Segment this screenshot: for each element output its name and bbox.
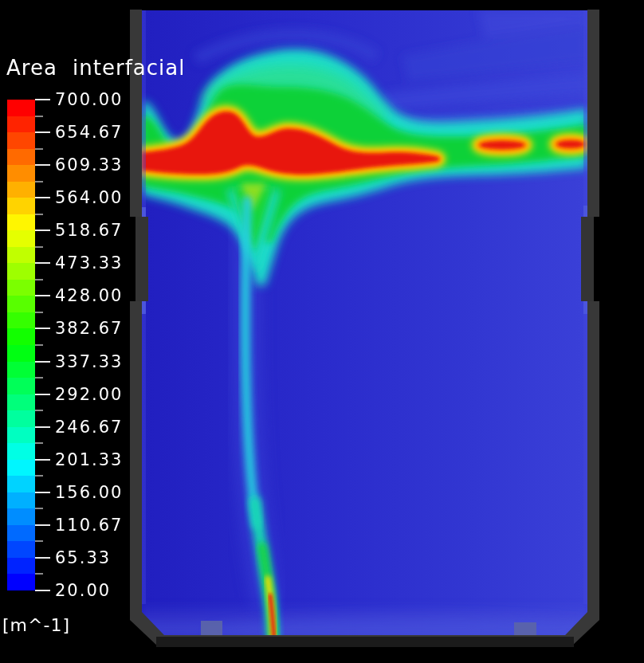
colorbar-band (7, 247, 35, 264)
colorbar-band (7, 165, 35, 182)
colorbar-minor-tick (35, 344, 43, 346)
colorbar-band (7, 362, 35, 379)
colorbar-band (7, 132, 35, 149)
colorbar-band (7, 312, 35, 329)
colorbar-band (7, 476, 35, 492)
colorbar-major-tick (35, 164, 50, 166)
colorbar-minor-tick (35, 410, 43, 411)
colorbar-major-tick (35, 99, 50, 100)
colorbar-major-tick (35, 328, 50, 329)
colorbar-band (7, 492, 35, 509)
colorbar-tick-label: 337.33 (55, 352, 123, 371)
support-block-left (201, 621, 222, 638)
colorbar-band (7, 214, 35, 231)
colorbar-band (7, 100, 35, 116)
vessel-bottom-bar (156, 637, 574, 647)
colorbar-minor-tick (35, 312, 43, 313)
legend-title: Area interfacial (6, 56, 214, 80)
fluid-field (142, 10, 622, 651)
colorbar-tick-label: 654.67 (55, 123, 123, 142)
colorbar-tick-label: 65.33 (55, 548, 111, 567)
colorbar-major-tick (35, 131, 50, 133)
colorbar-major-tick (35, 197, 50, 198)
colorbar-minor-tick (35, 214, 43, 215)
colorbar-band (7, 198, 35, 214)
colorbar-band (7, 328, 35, 345)
colorbar-major-tick (35, 230, 50, 231)
colorbar-band (7, 280, 35, 296)
colorbar-minor-tick (35, 181, 43, 182)
colorbar-tick-label: 292.00 (55, 385, 123, 404)
colorbar-minor-tick (35, 475, 43, 477)
wall-flange-right (581, 206, 599, 314)
colorbar-band (7, 410, 35, 427)
colorbar-tick-label: 428.00 (55, 286, 123, 305)
colorbar-major-tick (35, 557, 50, 559)
colorbar-tick-label: 246.67 (55, 418, 123, 437)
colorbar-band (7, 345, 35, 362)
colorbar-band (7, 508, 35, 525)
colorbar-minor-tick (35, 573, 43, 575)
colorbar-band (7, 394, 35, 411)
colorbar-major-tick (35, 524, 50, 526)
colorbar-minor-tick (35, 246, 43, 248)
colorbar-band (7, 427, 35, 444)
colorbar-tick-label: 609.33 (55, 155, 123, 175)
colorbar-band (7, 443, 35, 460)
colorbar-tick-label: 518.67 (55, 221, 123, 240)
colorbar-tick-label: 700.00 (55, 90, 123, 109)
colorbar-major-tick (35, 295, 50, 296)
colorbar-band (7, 149, 35, 166)
colorbar-minor-tick (35, 540, 43, 542)
colorbar-major-tick (35, 262, 50, 264)
colorbar-band (7, 116, 35, 133)
colorbar-minor-tick (35, 148, 43, 150)
colorbar-band (7, 525, 35, 542)
colorbar-band (7, 378, 35, 394)
legend-units: [m^-1] (2, 615, 70, 635)
colorbar-minor-tick (35, 442, 43, 444)
colorbar (7, 100, 35, 590)
colorbar-tick-label: 110.67 (55, 516, 123, 535)
colorbar-band (7, 296, 35, 312)
colorbar-band (7, 263, 35, 280)
colorbar-major-tick (35, 426, 50, 428)
wall-flange-left (130, 207, 148, 314)
colorbar-minor-tick (35, 377, 43, 379)
colorbar-tick-label: 201.33 (55, 450, 123, 469)
colorbar-tick-label: 20.00 (55, 581, 111, 600)
colorbar-band (7, 182, 35, 198)
colorbar-tick-label: 473.33 (55, 253, 123, 273)
colorbar-tick-label: 382.67 (55, 319, 123, 338)
colorbar-band (7, 558, 35, 575)
colorbar-legend: Area interfacial 700.00654.67609.33564.0… (0, 0, 132, 663)
colorbar-tick-label: 564.00 (55, 188, 123, 207)
colorbar-tick-label: 156.00 (55, 483, 123, 502)
colorbar-band (7, 460, 35, 477)
colorbar-major-tick (35, 492, 50, 493)
colorbar-band (7, 574, 35, 590)
colorbar-band (7, 230, 35, 247)
colorbar-minor-tick (35, 508, 43, 509)
colorbar-major-tick (35, 361, 50, 363)
colorbar-minor-tick (35, 116, 43, 117)
colorbar-major-tick (35, 459, 50, 461)
colorbar-minor-tick (35, 279, 43, 280)
colorbar-major-tick (35, 590, 50, 591)
cfd-post-viewport: { "window": { "width": 808, "height": 83… (0, 0, 644, 663)
colorbar-band (7, 541, 35, 558)
colorbar-major-tick (35, 394, 50, 395)
